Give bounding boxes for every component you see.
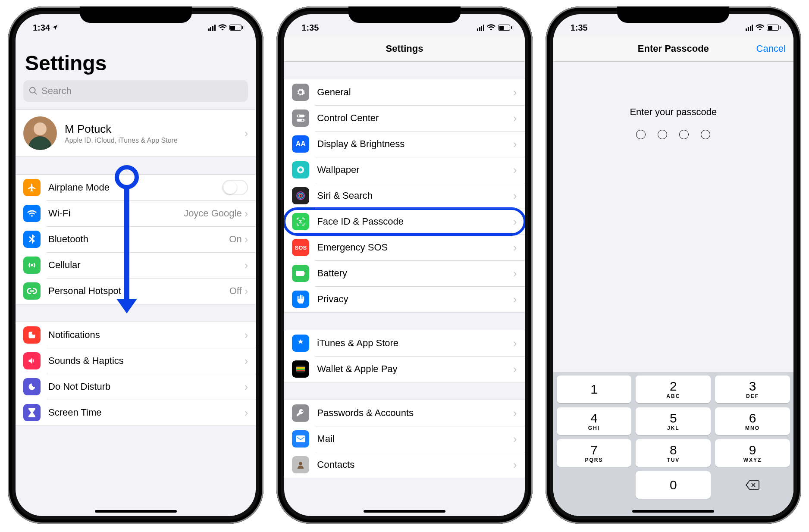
row-label: iTunes & App Store	[317, 338, 513, 349]
svg-point-12	[301, 220, 302, 221]
wifi-row[interactable]: Wi-Fi Joyce Google ›	[16, 200, 256, 226]
emergency-sos-row[interactable]: SOS Emergency SOS ›	[284, 235, 524, 260]
apple-id-row[interactable]: M Potuck Apple ID, iCloud, iTunes & App …	[16, 110, 256, 156]
nav-title: Settings	[386, 43, 423, 54]
chevron-right-icon: ›	[245, 233, 248, 246]
display-row[interactable]: AA Display & Brightness ›	[284, 131, 524, 157]
bluetooth-row[interactable]: Bluetooth On ›	[16, 226, 256, 252]
svg-point-5	[302, 119, 304, 121]
key-3[interactable]: 3DEF	[715, 376, 790, 403]
home-indicator[interactable]	[364, 510, 445, 513]
chevron-right-icon: ›	[245, 329, 248, 342]
sounds-icon	[23, 352, 41, 369]
key-2[interactable]: 2ABC	[636, 376, 711, 403]
chevron-right-icon: ›	[513, 86, 517, 99]
airplane-toggle[interactable]	[222, 180, 248, 195]
battery-icon	[229, 25, 243, 31]
airplane-icon	[23, 179, 41, 196]
screen-time-row[interactable]: Screen Time ›	[16, 400, 256, 426]
svg-rect-17	[296, 369, 305, 370]
numeric-keypad: 1 2ABC 3DEF 4GHI 5JKL 6MNO 7PQRS 8TUV 9W…	[553, 372, 793, 516]
contacts-row[interactable]: Contacts ›	[284, 452, 524, 478]
itunes-row[interactable]: iTunes & App Store ›	[284, 330, 524, 356]
row-label: Notifications	[48, 329, 245, 341]
row-label: Privacy	[317, 294, 513, 305]
search-placeholder: Search	[41, 85, 72, 97]
row-label: Sounds & Haptics	[48, 355, 245, 366]
key-6[interactable]: 6MNO	[715, 407, 790, 435]
general-row[interactable]: General ›	[284, 79, 524, 105]
mail-icon	[292, 430, 309, 448]
user-name: M Potuck	[65, 122, 245, 136]
chevron-right-icon: ›	[513, 458, 517, 472]
chevron-right-icon: ›	[513, 215, 517, 228]
search-input[interactable]: Search	[23, 80, 248, 102]
nav-title: Enter Passcode	[638, 43, 709, 54]
screen-settings-main: 1:34 Settings Search	[16, 14, 256, 516]
row-label: Wi-Fi	[48, 208, 184, 219]
moon-icon	[23, 378, 41, 395]
chevron-right-icon: ›	[513, 267, 517, 280]
notch	[617, 6, 729, 23]
mail-row[interactable]: Mail ›	[284, 426, 524, 452]
row-label: General	[317, 87, 513, 98]
chevron-right-icon: ›	[513, 337, 517, 350]
location-icon	[52, 23, 58, 33]
home-indicator[interactable]	[632, 510, 714, 513]
row-value: Off	[229, 285, 242, 297]
notch	[348, 6, 461, 23]
chevron-right-icon: ›	[245, 259, 248, 272]
cancel-button[interactable]: Cancel	[756, 43, 786, 54]
row-label: Personal Hotspot	[48, 285, 229, 297]
row-label: Screen Time	[48, 407, 245, 418]
key-9[interactable]: 9WXYZ	[715, 439, 790, 467]
wallet-row[interactable]: Wallet & Apple Pay ›	[284, 356, 524, 382]
row-label: Do Not Disturb	[48, 381, 245, 392]
wallpaper-row[interactable]: Wallpaper ›	[284, 157, 524, 183]
svg-point-1	[32, 332, 35, 335]
dnd-row[interactable]: Do Not Disturb ›	[16, 374, 256, 400]
passwords-row[interactable]: Passwords & Accounts ›	[284, 400, 524, 426]
notifications-row[interactable]: Notifications ›	[16, 322, 256, 348]
chevron-right-icon: ›	[245, 354, 248, 368]
chevron-right-icon: ›	[513, 112, 517, 125]
row-label: Emergency SOS	[317, 242, 513, 253]
key-delete[interactable]	[715, 471, 790, 499]
chevron-right-icon: ›	[245, 406, 248, 419]
sos-icon: SOS	[292, 239, 309, 256]
row-value: On	[229, 234, 241, 245]
home-indicator[interactable]	[95, 510, 177, 513]
app-store-icon	[292, 335, 309, 352]
chevron-right-icon: ›	[245, 127, 248, 140]
airplane-mode-row[interactable]: Airplane Mode	[16, 175, 256, 200]
privacy-row[interactable]: Privacy ›	[284, 286, 524, 312]
cellular-row[interactable]: Cellular ›	[16, 252, 256, 278]
key-0[interactable]: 0	[636, 471, 711, 499]
sounds-row[interactable]: Sounds & Haptics ›	[16, 348, 256, 374]
face-id-icon	[292, 213, 309, 230]
personal-hotspot-row[interactable]: Personal Hotspot Off ›	[16, 278, 256, 304]
signal-icon	[746, 25, 753, 31]
phone-1: 1:34 Settings Search	[8, 6, 263, 524]
status-time: 1:34	[33, 23, 50, 33]
chevron-right-icon: ›	[513, 138, 517, 151]
key-7[interactable]: 7PQRS	[557, 439, 632, 467]
control-center-icon	[292, 110, 309, 127]
svg-rect-14	[304, 272, 305, 275]
battery-icon	[767, 25, 781, 31]
signal-icon	[477, 25, 484, 31]
cellular-icon	[23, 257, 41, 274]
chevron-right-icon: ›	[513, 189, 517, 203]
status-time: 1:35	[571, 23, 588, 33]
battery-row[interactable]: Battery ›	[284, 260, 524, 286]
control-center-row[interactable]: Control Center ›	[284, 105, 524, 131]
key-4[interactable]: 4GHI	[557, 407, 632, 435]
key-1[interactable]: 1	[557, 376, 632, 403]
key-5[interactable]: 5JKL	[636, 407, 711, 435]
key-8[interactable]: 8TUV	[636, 439, 711, 467]
face-id-passcode-row[interactable]: Face ID & Passcode ›	[284, 209, 524, 235]
chevron-right-icon: ›	[513, 407, 517, 420]
wifi-icon	[218, 23, 227, 33]
siri-row[interactable]: Siri & Search ›	[284, 183, 524, 209]
status-time: 1:35	[301, 23, 319, 33]
